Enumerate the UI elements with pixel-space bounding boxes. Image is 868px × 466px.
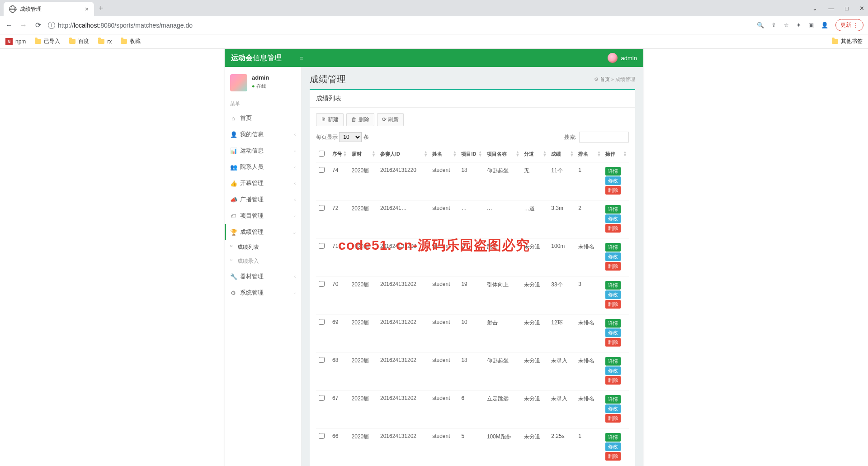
nav-icon: ⌂ (230, 115, 236, 122)
update-button[interactable]: 更新⋮ (835, 19, 863, 31)
detail-button[interactable]: 详情 (605, 243, 621, 252)
bookmark-npm[interactable]: Nnpm (5, 38, 26, 45)
delete-row-button[interactable]: 删除 (605, 300, 621, 309)
row-checkbox[interactable] (319, 205, 325, 211)
col-eventid[interactable]: 项目ID▲▼ (458, 146, 484, 162)
bookmark-imported[interactable]: 已导入 (35, 38, 60, 45)
col-score[interactable]: 成绩▲▼ (548, 146, 576, 162)
bookmark-other[interactable]: 其他书签 (832, 38, 863, 45)
back-icon[interactable]: ← (5, 21, 14, 29)
row-checkbox[interactable] (319, 433, 325, 439)
delete-row-button[interactable]: 删除 (605, 262, 621, 271)
delete-row-button[interactable]: 删除 (605, 224, 621, 233)
extensions-icon[interactable]: ✦ (796, 22, 801, 29)
search-input[interactable] (579, 132, 629, 143)
cell-evid: 5 (458, 428, 484, 466)
detail-button[interactable]: 详情 (605, 281, 621, 290)
cell-pid: 201624131202 (377, 238, 429, 276)
delete-row-button[interactable]: 删除 (605, 414, 621, 423)
nav-label: 系统管理 (240, 289, 264, 297)
cell-name: student (429, 200, 458, 238)
row-checkbox[interactable] (319, 281, 325, 287)
detail-button[interactable]: 详情 (605, 319, 621, 328)
delete-button[interactable]: 🗑 删除 (346, 113, 374, 126)
detail-button[interactable]: 详情 (605, 167, 621, 176)
col-rank[interactable]: 排名▲▼ (576, 146, 603, 162)
edit-button[interactable]: 修改 (605, 328, 621, 337)
col-term[interactable]: 届时▲▼ (349, 146, 377, 162)
minimize-icon[interactable]: — (828, 5, 834, 12)
side-panel-icon[interactable]: ▣ (808, 22, 814, 29)
col-lane[interactable]: 分道▲▼ (521, 146, 548, 162)
bookmark-star-icon[interactable]: ☆ (783, 22, 789, 29)
bookmark-rx[interactable]: rx (98, 38, 112, 45)
topbar-user[interactable]: admin (608, 53, 637, 63)
bookmark-baidu[interactable]: 百度 (69, 38, 89, 45)
sidebar-item-6[interactable]: 🏷项目管理‹ (225, 208, 301, 224)
browser-tab[interactable]: 成绩管理 × (4, 2, 94, 16)
select-all-checkbox[interactable] (319, 151, 325, 157)
per-page-select[interactable]: 10 (339, 132, 362, 142)
detail-button[interactable]: 详情 (605, 205, 621, 214)
row-checkbox[interactable] (319, 395, 325, 401)
sidebar-item-2[interactable]: 📊运动信息‹ (225, 143, 301, 159)
sidebar-item-4[interactable]: 👍开幕管理‹ (225, 175, 301, 191)
new-tab-button[interactable]: + (99, 4, 104, 13)
cell-rank: 1 (576, 162, 603, 200)
edit-button[interactable]: 修改 (605, 442, 621, 451)
hamburger-icon[interactable]: ≡ (300, 55, 303, 62)
edit-button[interactable]: 修改 (605, 290, 621, 299)
detail-button[interactable]: 详情 (605, 357, 621, 366)
row-checkbox[interactable] (319, 243, 325, 249)
sidebar-subitem-1[interactable]: 成绩录入 (225, 254, 301, 268)
row-checkbox[interactable] (319, 319, 325, 325)
edit-button[interactable]: 修改 (605, 366, 621, 375)
col-eventname[interactable]: 项目名称▲▼ (484, 146, 522, 162)
edit-button[interactable]: 修改 (605, 176, 621, 185)
sidebar-subitem-0[interactable]: 成绩列表 (225, 240, 301, 254)
breadcrumb-home[interactable]: 首页 (600, 76, 610, 82)
delete-row-button[interactable]: 删除 (605, 452, 621, 461)
cell-name: student (429, 276, 458, 314)
maximize-icon[interactable]: □ (845, 5, 849, 12)
close-window-icon[interactable]: ✕ (859, 5, 864, 12)
share-icon[interactable]: ⇪ (771, 22, 776, 29)
sidebar-item-5[interactable]: 📣广播管理‹ (225, 191, 301, 208)
row-checkbox[interactable] (319, 357, 325, 363)
edit-button[interactable]: 修改 (605, 214, 621, 223)
forward-icon[interactable]: → (19, 21, 28, 29)
row-checkbox[interactable] (319, 167, 325, 173)
edit-button[interactable]: 修改 (605, 252, 621, 261)
cell-evname: 100M跑步 (484, 428, 522, 466)
sidebar-item-9[interactable]: ⚙系统管理‹ (225, 285, 301, 301)
delete-row-button[interactable]: 删除 (605, 338, 621, 347)
cell-name: student (429, 314, 458, 352)
detail-button[interactable]: 详情 (605, 433, 621, 442)
cell-evname: … (484, 200, 522, 238)
sidebar-item-1[interactable]: 👤我的信息‹ (225, 126, 301, 143)
col-pid[interactable]: 参赛人ID▲▼ (377, 146, 429, 162)
col-name[interactable]: 姓名▲▼ (429, 146, 458, 162)
url-box[interactable]: i http://localhost:8080/sports/matches/m… (48, 22, 751, 29)
refresh-button[interactable]: ⟳ 刷新 (377, 113, 404, 126)
cell-ops: 详情修改删除 (603, 352, 629, 390)
profile-icon[interactable]: 👤 (821, 22, 828, 29)
close-icon[interactable]: × (85, 5, 89, 13)
reload-icon[interactable]: ⟳ (33, 21, 42, 29)
delete-row-button[interactable]: 删除 (605, 376, 621, 385)
sort-icon: ▲▼ (570, 151, 574, 157)
bookmark-fav[interactable]: 收藏 (121, 38, 141, 45)
sidebar-item-0[interactable]: ⌂首页 (225, 110, 301, 126)
new-button[interactable]: 🗎 新建 (316, 113, 344, 126)
sidebar-item-7[interactable]: 🏆成绩管理⌵ (225, 224, 301, 240)
delete-row-button[interactable]: 删除 (605, 186, 621, 195)
sidebar-item-3[interactable]: 👥院系人员‹ (225, 159, 301, 175)
cell-pid: 201624131202 (377, 276, 429, 314)
zoom-icon[interactable]: 🔍 (757, 22, 764, 29)
site-info-icon[interactable]: i (48, 22, 55, 29)
sidebar-item-8[interactable]: 🔧器材管理‹ (225, 268, 301, 285)
col-seq[interactable]: 序号▲▼ (330, 146, 349, 162)
detail-button[interactable]: 详情 (605, 395, 621, 404)
edit-button[interactable]: 修改 (605, 404, 621, 413)
chevron-down-icon[interactable]: ⌄ (812, 5, 817, 12)
